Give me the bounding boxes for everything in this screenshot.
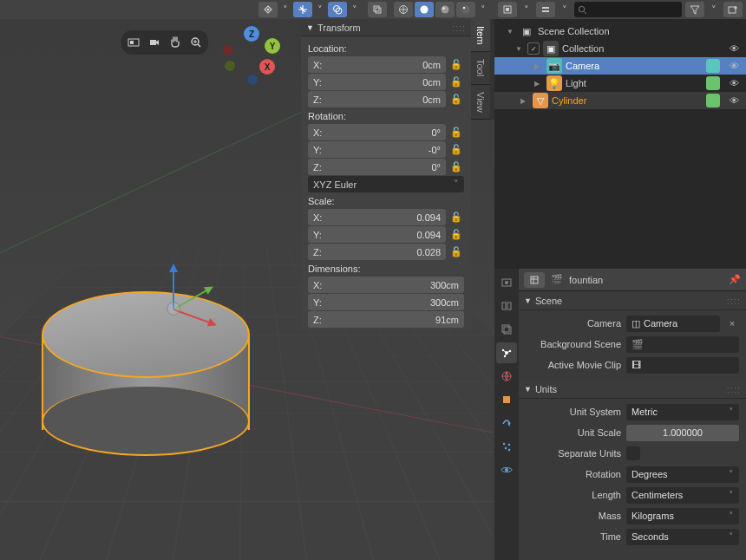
- outliner-view-button[interactable]: [536, 2, 555, 17]
- lock-icon[interactable]: 🔓: [448, 244, 464, 260]
- lock-icon[interactable]: 🔓: [448, 124, 464, 140]
- disclosure-icon[interactable]: ▶: [534, 80, 543, 88]
- separate-units-checkbox[interactable]: [626, 446, 640, 460]
- visibility-eye-icon[interactable]: 👁: [730, 95, 739, 106]
- lock-icon[interactable]: 🔓: [448, 226, 464, 243]
- drag-handle-icon[interactable]: ::::: [452, 23, 466, 33]
- tab-modifier-icon[interactable]: [496, 413, 517, 433]
- tab-view[interactable]: View: [471, 85, 490, 120]
- outliner-item-light[interactable]: ▶ 💡 Light 👁: [494, 75, 746, 92]
- clear-button[interactable]: ×: [725, 318, 739, 329]
- collection-exclude-checkbox[interactable]: ✓: [527, 42, 540, 55]
- outliner-scene-collection[interactable]: ▼ ▣ Scene Collection: [494, 23, 746, 40]
- disclosure-icon[interactable]: ▶: [520, 97, 529, 105]
- new-collection-button[interactable]: [723, 2, 743, 17]
- outliner-collection[interactable]: ▼ ✓ ▣ Collection 👁: [494, 40, 746, 57]
- rotation-y-input[interactable]: Y:-0°: [308, 141, 446, 158]
- nav-neg-y[interactable]: [225, 61, 235, 71]
- rotation-x-input[interactable]: X:0°: [308, 124, 446, 140]
- panel-header-scene[interactable]: ▼ Scene ::::: [519, 291, 746, 310]
- pin-icon[interactable]: 📌: [729, 274, 741, 285]
- outliner-item-cylinder[interactable]: ▶ ▽ Cylinder 👁: [494, 92, 746, 109]
- mesh-cylinder[interactable]: [42, 291, 250, 456]
- outliner-search-input[interactable]: [574, 2, 682, 17]
- tab-item[interactable]: Item: [471, 19, 490, 52]
- dropdown-icon[interactable]: ˅: [559, 4, 571, 16]
- tab-particles-icon[interactable]: [496, 436, 517, 457]
- drag-handle-icon[interactable]: ::::: [727, 296, 741, 306]
- visibility-eye-icon[interactable]: 👁: [730, 61, 739, 71]
- visibility-eye-icon[interactable]: 👁: [730, 78, 739, 88]
- panel-header-transform[interactable]: ▼ Transform ::::: [301, 19, 471, 36]
- tab-viewlayer-icon[interactable]: [496, 319, 517, 340]
- lock-icon[interactable]: 🔓: [448, 91, 464, 107]
- pan-icon[interactable]: [166, 33, 185, 52]
- show-overlays-button[interactable]: [328, 2, 347, 17]
- viewport-3d[interactable]: ˅ ˅ ˅ ˅ Z Y X Item Tool View: [0, 0, 494, 560]
- editor-type-button[interactable]: [524, 272, 545, 288]
- tab-tool[interactable]: Tool: [471, 52, 490, 84]
- dim-x-input[interactable]: X:300cm: [308, 277, 464, 293]
- nav-y-axis[interactable]: Y: [265, 38, 280, 54]
- navigation-gizmo[interactable]: Z Y X: [221, 26, 282, 87]
- lock-icon[interactable]: 🔓: [448, 56, 464, 73]
- nav-z-axis[interactable]: Z: [244, 26, 259, 42]
- outliner-tree[interactable]: ▼ ▣ Scene Collection ▼ ✓ ▣ Collection 👁 …: [494, 19, 746, 269]
- drag-handle-icon[interactable]: ::::: [727, 384, 741, 394]
- tab-object-icon[interactable]: [496, 389, 517, 410]
- visibility-eye-icon[interactable]: 👁: [730, 43, 739, 54]
- zoom-icon[interactable]: [186, 33, 206, 52]
- dropdown-icon[interactable]: ˅: [708, 4, 720, 16]
- outliner-display-mode[interactable]: [498, 2, 517, 17]
- nav-neg-x[interactable]: [223, 45, 233, 55]
- dropdown-icon[interactable]: ˅: [349, 4, 361, 16]
- camera-to-view-icon[interactable]: [145, 33, 164, 52]
- mass-unit-select[interactable]: Kilograms˅: [626, 508, 739, 524]
- disclosure-icon[interactable]: ▶: [534, 62, 543, 70]
- shading-material-button[interactable]: [435, 2, 455, 17]
- nav-x-axis[interactable]: X: [259, 59, 275, 75]
- dim-z-input[interactable]: Z:91cm: [308, 311, 464, 328]
- scale-x-input[interactable]: X:0.094: [308, 209, 446, 225]
- lock-icon[interactable]: 🔓: [448, 74, 464, 90]
- location-x-input[interactable]: X:0cm: [308, 56, 446, 73]
- location-y-input[interactable]: Y:0cm: [308, 74, 446, 90]
- scale-z-input[interactable]: Z:0.028: [308, 244, 446, 260]
- lock-icon[interactable]: 🔓: [448, 159, 464, 175]
- filter-button[interactable]: [685, 2, 704, 17]
- disclosure-icon[interactable]: ▼: [515, 45, 524, 53]
- outliner-item-camera[interactable]: ▶ 📷 Camera 👁: [494, 57, 746, 75]
- lock-icon[interactable]: 🔓: [448, 141, 464, 158]
- view-object-types-button[interactable]: [258, 2, 278, 17]
- panel-header-units[interactable]: ▼ Units ::::: [519, 380, 746, 399]
- disclosure-icon[interactable]: ▼: [507, 28, 515, 36]
- time-unit-select[interactable]: Seconds˅: [626, 529, 739, 545]
- tab-physics-icon[interactable]: [496, 459, 517, 480]
- movie-clip-select[interactable]: 🎞: [626, 357, 739, 374]
- unit-system-select[interactable]: Metric˅: [626, 404, 739, 420]
- tab-scene-icon[interactable]: [496, 342, 517, 363]
- tab-world-icon[interactable]: [496, 366, 517, 387]
- xray-toggle-button[interactable]: [368, 2, 387, 17]
- rotation-unit-select[interactable]: Degrees˅: [626, 466, 739, 483]
- scene-camera-select[interactable]: ◫Camera: [626, 316, 720, 332]
- location-z-input[interactable]: Z:0cm: [308, 91, 446, 107]
- scale-y-input[interactable]: Y:0.094: [308, 226, 446, 243]
- bg-scene-select[interactable]: 🎬: [626, 336, 739, 353]
- show-gizmo-button[interactable]: [293, 2, 312, 17]
- shading-rendered-button[interactable]: [456, 2, 475, 17]
- tab-render-icon[interactable]: [496, 272, 517, 293]
- shading-solid-button[interactable]: [415, 2, 434, 17]
- lock-icon[interactable]: 🔓: [448, 209, 464, 225]
- nav-neg-z[interactable]: [247, 75, 258, 85]
- camera-view-icon[interactable]: [124, 33, 143, 52]
- length-unit-select[interactable]: Centimeters˅: [626, 487, 739, 504]
- dropdown-icon[interactable]: ˅: [314, 4, 326, 16]
- dim-y-input[interactable]: Y:300cm: [308, 294, 464, 310]
- rotation-mode-select[interactable]: XYZ Euler˅: [308, 176, 464, 192]
- dropdown-icon[interactable]: ˅: [477, 4, 489, 16]
- tab-output-icon[interactable]: [496, 296, 517, 316]
- shading-wireframe-button[interactable]: [394, 2, 413, 17]
- unit-scale-input[interactable]: 1.000000: [626, 425, 739, 441]
- dropdown-icon[interactable]: ˅: [279, 4, 291, 16]
